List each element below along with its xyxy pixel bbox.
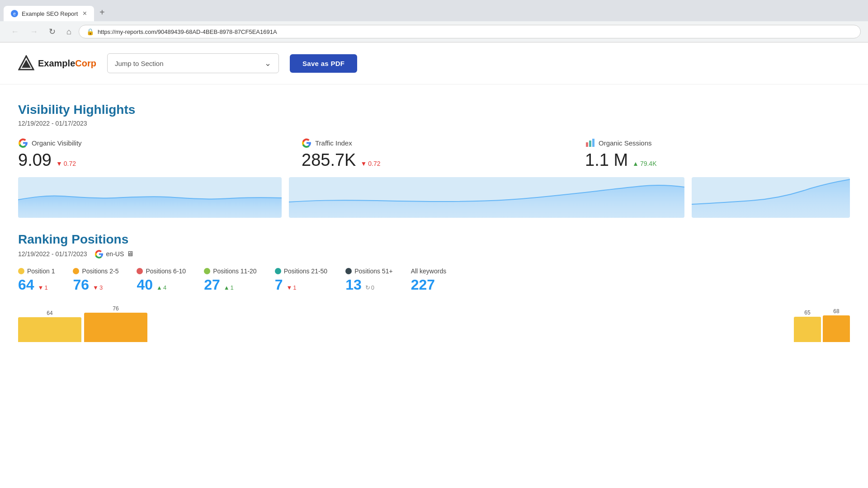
position-1-item: Position 1 64 ▼ 1 — [18, 267, 55, 293]
position-2-5-value: 76 — [73, 277, 89, 293]
position-1-label: Position 1 — [27, 267, 55, 275]
browser-toolbar: ← → ↻ ⌂ 🔒 https://my-reports.com/9048943… — [0, 21, 868, 42]
position-1-change: ▼ 1 — [38, 284, 48, 291]
position-2-5-value-row: 76 ▼ 3 — [73, 277, 103, 293]
lock-icon: 🔒 — [86, 28, 94, 35]
position-1-label-row: Position 1 — [18, 267, 55, 275]
svg-text:e: e — [13, 11, 16, 16]
logo-corp: Corp — [75, 58, 96, 68]
browser-tab-bar: e Example SEO Report × + — [0, 0, 868, 21]
position-21-50-dot — [275, 268, 281, 274]
svg-rect-6 — [586, 142, 588, 147]
all-keywords-label: All keywords — [411, 267, 447, 275]
charts-row — [18, 177, 850, 218]
main-content: Visibility Highlights 12/19/2022 - 01/17… — [0, 84, 868, 342]
position-6-10-value: 40 — [137, 277, 153, 293]
organic-sessions-metric: Organic Sessions 1.1 M ▲ 79.4K — [585, 138, 850, 174]
all-keywords-label-row: All keywords — [411, 267, 447, 275]
locale-text: en-US — [106, 250, 124, 258]
positions-row: Position 1 64 ▼ 1 Positions 2-5 — [18, 267, 850, 293]
traffic-index-metric: Traffic Index 285.7K ▼ 0.72 — [302, 138, 566, 174]
all-keywords-value: 227 — [411, 277, 435, 293]
ranking-header-row: 12/19/2022 - 01/17/2023 en-US 🖥 — [18, 249, 850, 258]
logo-area: ExampleCorp — [18, 55, 96, 71]
forward-button[interactable]: → — [26, 25, 42, 38]
position-11-20-value-row: 27 ▲ 1 — [204, 277, 234, 293]
organic-visibility-chart-svg — [18, 177, 282, 218]
ranking-date-range: 12/19/2022 - 01/17/2023 — [18, 250, 87, 258]
visibility-highlights-title: Visibility Highlights — [18, 103, 850, 117]
active-tab[interactable]: e Example SEO Report × — [4, 6, 94, 21]
organic-sessions-chart — [692, 177, 850, 218]
traffic-index-label: Traffic Index — [315, 139, 352, 147]
new-tab-button[interactable]: + — [94, 4, 110, 21]
bar-right-1 — [794, 317, 821, 342]
position-21-50-label-row: Positions 21-50 — [275, 267, 328, 275]
position-2-5-label-row: Positions 2-5 — [73, 267, 118, 275]
google-icon-3 — [94, 249, 104, 258]
organic-visibility-change: ▼ 0.72 — [56, 160, 76, 167]
save-pdf-button[interactable]: Save as PDF — [290, 54, 357, 73]
reload-button[interactable]: ↻ — [45, 25, 59, 38]
position-51-plus-value-row: 13 ↻ 0 — [345, 277, 374, 293]
browser-chrome: e Example SEO Report × + ← → ↻ ⌂ 🔒 https… — [0, 0, 868, 42]
organic-sessions-header: Organic Sessions — [585, 138, 850, 148]
bar-label-right-2: 68 — [833, 308, 839, 314]
position-11-20-label: Positions 11-20 — [213, 267, 257, 275]
all-keywords-value-row: 227 — [411, 277, 435, 293]
position-21-50-change: ▼ 1 — [286, 284, 296, 291]
organic-sessions-chart-svg — [692, 177, 850, 218]
position-51-plus-change: ↻ 0 — [365, 284, 374, 291]
tab-close-button[interactable]: × — [83, 9, 87, 18]
position-1-dot — [18, 268, 24, 274]
bar-1 — [18, 317, 81, 342]
position-1-value-row: 64 ▼ 1 — [18, 277, 48, 293]
all-keywords-item: All keywords 227 — [411, 267, 447, 293]
home-button[interactable]: ⌂ — [63, 25, 75, 38]
logo-text: ExampleCorp — [38, 58, 96, 69]
position-51-plus-item: Positions 51+ 13 ↻ 0 — [345, 267, 392, 293]
up-icon-p3: ▲ — [156, 284, 162, 291]
organic-sessions-label: Organic Sessions — [599, 139, 652, 147]
address-bar[interactable]: 🔒 https://my-reports.com/90489439-68AD-4… — [79, 25, 861, 38]
position-21-50-item: Positions 21-50 7 ▼ 1 — [275, 267, 328, 293]
bar-label-1: 64 — [47, 310, 52, 316]
position-21-50-label: Positions 21-50 — [284, 267, 328, 275]
page-content: ExampleCorp Jump to Section ⌄ Save as PD… — [0, 42, 868, 431]
bar-col-2: 76 — [84, 305, 147, 342]
logo-icon — [18, 55, 34, 71]
down-arrow-icon: ▼ — [56, 160, 62, 167]
up-arrow-icon: ▲ — [632, 160, 639, 167]
position-2-5-item: Positions 2-5 76 ▼ 3 — [73, 267, 118, 293]
down-icon-p1: ▼ — [38, 284, 44, 291]
bar-2 — [84, 313, 147, 342]
position-11-20-change: ▲ 1 — [224, 284, 234, 291]
organic-visibility-metric: Organic Visibility 9.09 ▼ 0.72 — [18, 138, 283, 174]
position-6-10-value-row: 40 ▲ 4 — [137, 277, 166, 293]
logo-example: Example — [38, 58, 75, 68]
bar-col-right-2: 68 — [823, 308, 850, 342]
position-6-10-label: Positions 6-10 — [146, 267, 186, 275]
organic-visibility-chart — [18, 177, 282, 218]
down-arrow-icon-2: ▼ — [360, 160, 367, 167]
bar-col-right-1: 65 — [794, 310, 821, 342]
jump-to-section-dropdown[interactable]: Jump to Section ⌄ — [107, 53, 279, 73]
bar-chart-container: 200 64 76 65 68 — [18, 306, 850, 342]
position-51-plus-dot — [345, 268, 352, 274]
position-51-plus-label: Positions 51+ — [354, 267, 392, 275]
traffic-index-value-row: 285.7K ▼ 0.72 — [302, 150, 566, 170]
position-2-5-dot — [73, 268, 79, 274]
jump-dropdown-label: Jump to Section — [115, 60, 164, 67]
traffic-index-change: ▼ 0.72 — [360, 160, 380, 167]
google-icon — [18, 138, 28, 148]
traffic-index-chart-svg — [289, 177, 684, 218]
position-11-20-value: 27 — [204, 277, 220, 293]
visibility-date-range: 12/19/2022 - 01/17/2023 — [18, 120, 850, 127]
bar-col-1: 64 — [18, 310, 81, 342]
organic-visibility-label: Organic Visibility — [32, 139, 82, 147]
back-button[interactable]: ← — [7, 25, 23, 38]
down-icon-p2: ▼ — [93, 284, 99, 291]
chevron-down-icon: ⌄ — [264, 58, 271, 68]
organic-sessions-value-row: 1.1 M ▲ 79.4K — [585, 150, 850, 170]
up-icon-p4: ▲ — [224, 284, 230, 291]
